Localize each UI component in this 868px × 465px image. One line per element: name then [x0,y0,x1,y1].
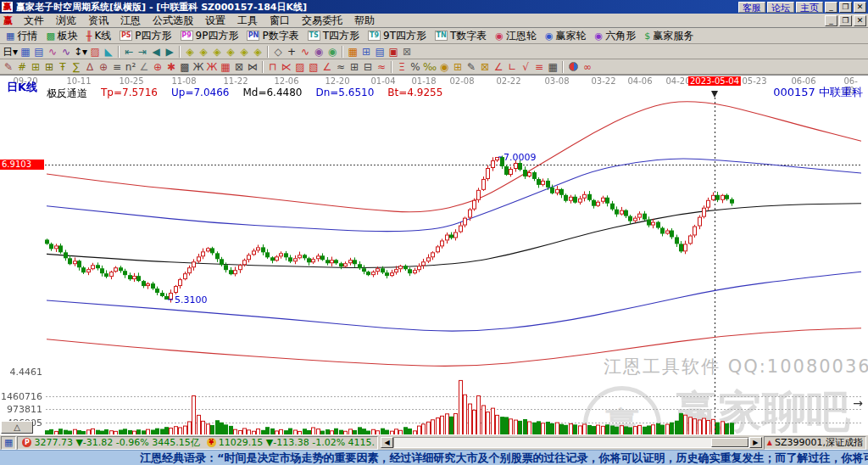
menu-item-帮助[interactable]: 帮助 [348,13,381,29]
pan-tool-icon[interactable]: ◇ [271,45,285,59]
gold-circle-icon[interactable]: ◉ [437,60,451,74]
angle-line-icon[interactable]: ∠ [320,60,334,74]
big-grid-icon[interactable]: ▦ [546,60,559,74]
scroll-right-arrow[interactable]: → [853,396,863,410]
angle-wave-icon[interactable]: √ [519,60,532,74]
export-icon[interactable]: ⊠ [400,45,414,59]
comb-tool-icon[interactable]: # [15,60,29,74]
diamond-expand-icon[interactable]: ◈ [210,45,224,59]
diamond-left-icon[interactable]: ◈ [183,45,197,59]
p-table-button[interactable]: PNP数字表 [242,29,303,43]
gann-wheel-button[interactable]: ◉江恩轮 [491,29,541,43]
save-icon[interactable]: ▣ [387,45,400,59]
angle-fan-icon[interactable]: ∠ [137,60,151,74]
menu-item-江恩[interactable]: 江恩 [114,13,147,29]
n-square-icon[interactable]: n² [124,60,137,74]
menu-item-浏览[interactable]: 浏览 [50,13,82,29]
play-flag-icon[interactable]: ◣ [102,45,115,59]
kline-pattern-icon[interactable]: ▦ [19,45,32,59]
tall-grid-icon[interactable]: ⋈ [246,60,259,74]
period-dropdown[interactable]: 日▾ [2,45,19,59]
mdi-restore-button[interactable]: ❐ [839,15,852,26]
permille-icon[interactable]: ‰ [422,60,437,74]
yinyang-icon[interactable] [569,62,578,71]
grid-olive2-icon[interactable]: ⊞ [42,60,56,74]
target-icon[interactable]: ⊕ [151,60,164,74]
infinity-icon[interactable]: ∞ [581,60,594,74]
grid-plus-icon[interactable]: ⊞ [348,60,361,74]
circle-arrow-icon[interactable]: ⊕ [97,60,110,74]
mdi-minimize-button[interactable]: _ [825,15,837,26]
info-panel-icon[interactable]: ▤ [32,45,46,59]
close-button[interactable]: ✕ [854,2,866,13]
last-page-icon[interactable]: ⇥ [136,45,149,59]
scroll-left-button[interactable]: ◀ [381,437,393,448]
steps-icon[interactable]: ≡ [532,60,546,74]
kline-flag-icon[interactable]: ▨ [88,45,102,59]
quotes-button[interactable]: ▦行情 [2,29,42,43]
wheel-tool-icon[interactable]: ◉ [312,45,326,59]
notepad-icon[interactable]: ▤ [373,45,387,59]
menu-item-公式选股[interactable]: 公式选股 [147,13,199,29]
collapse-volume-button[interactable]: △ [1,421,33,434]
sphere-tool-icon[interactable]: ◉ [326,45,339,59]
scrollbar-thumb[interactable] [711,438,748,447]
wave-small-icon[interactable]: ∿ [46,45,59,59]
angle-k-icon[interactable]: ∠ [492,60,505,74]
calendar-icon[interactable]: ▦ [346,45,359,59]
diamond-shrink-icon[interactable]: ◈ [224,45,237,59]
home-link[interactable]: 主页 [796,2,823,13]
menu-item-交易委托[interactable]: 交易委托 [296,13,348,29]
menu-item-窗口[interactable]: 窗口 [264,13,296,29]
flag-grid-icon[interactable]: Ŧ [56,60,70,74]
angle-f-icon[interactable]: ∟ [505,60,519,74]
t-square-button[interactable]: TST四方形 [303,29,364,43]
horizontal-scrollbar[interactable]: ◀ ▶ [381,437,762,449]
diamond-right-icon[interactable]: ◈ [197,45,210,59]
service-link[interactable]: 客服 [738,2,765,13]
diag-grid-icon[interactable]: ▨ [293,60,307,74]
forum-link[interactable]: 论坛 [767,2,794,13]
p9-square-button[interactable]: P99P四方形 [176,29,243,43]
grid-status-icon[interactable]: ▦ [1,436,16,450]
kline-chart-canvas[interactable] [0,76,868,434]
restore-button[interactable]: ❐ [839,2,852,13]
pen-tool-icon[interactable]: ✎ [2,60,15,74]
ruler-pen-icon[interactable]: ✎ [465,60,478,74]
wave-icon[interactable]: ∿ [59,45,73,59]
sectors-button[interactable]: ▩板块 [42,29,81,43]
red-grid-icon[interactable]: Ж [205,60,219,74]
menu-item-文件[interactable]: 文件 [18,13,50,29]
red-grid2-icon[interactable]: ▦ [219,60,232,74]
hexagon-button[interactable]: ◉六角形 [591,29,641,43]
photo-grid-icon[interactable]: ▩ [178,60,192,74]
t-table-button[interactable]: TNT数字表 [431,29,491,43]
menu-item-设置[interactable]: 设置 [199,13,231,29]
calculator-icon[interactable]: ⊞ [359,45,373,59]
gold-grid-icon[interactable]: ⊞ [451,60,465,74]
winner-service-button[interactable]: $赢家服务 [640,29,698,43]
t9-square-button[interactable]: T99T四方形 [364,29,431,43]
frame-grid-icon[interactable]: ⊠ [232,60,246,74]
scale-dropdown[interactable]: ↕▾ [73,45,88,59]
grid-list-icon[interactable]: ⊟ [361,60,375,74]
winner-wheel-button[interactable]: ◉赢家轮 [541,29,591,43]
first-page-icon[interactable]: ⇤ [122,45,136,59]
rays-fan-icon[interactable]: ⋉ [280,60,293,74]
p-square-button[interactable]: PSP四方形 [115,29,175,43]
menu-item-资讯[interactable]: 资讯 [82,13,114,29]
diamond-down-icon[interactable]: ◈ [251,45,264,59]
percent-icon[interactable]: % [409,60,422,74]
scrollbar-track[interactable] [393,437,749,448]
scroll-right-button[interactable]: ▶ [749,437,762,448]
s-tool-icon[interactable]: ∑ [70,60,83,74]
zigzag-icon[interactable]: ∿ [298,45,312,59]
menu-item-工具[interactable]: 工具 [231,13,264,29]
hatch-icon[interactable]: ≈ [375,60,388,74]
diag-grid2-icon[interactable]: ▧ [307,60,320,74]
n-lines-icon[interactable]: Ж [192,60,205,74]
grid-olive-icon[interactable]: ⊞ [29,60,42,74]
kline-button[interactable]: ╫K线 [82,29,116,43]
crosshair-icon[interactable]: + [285,45,298,59]
star-burst-icon[interactable]: ✱ [164,60,178,74]
